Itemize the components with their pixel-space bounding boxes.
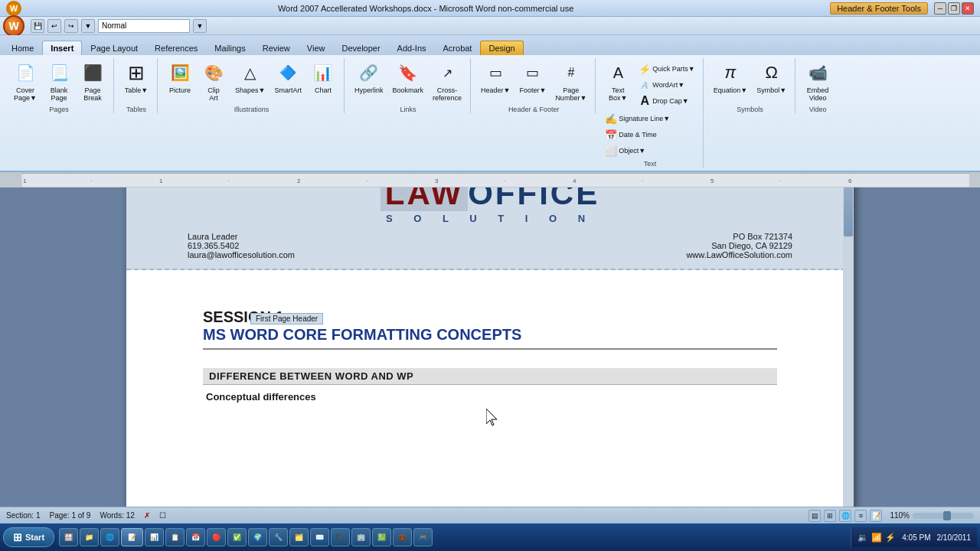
- status-section: Section: 1: [6, 511, 40, 520]
- bookmark-button[interactable]: 🔖 Bookmark: [388, 58, 427, 96]
- chart-button[interactable]: 📊 Chart: [307, 58, 339, 96]
- taskbar-app-4[interactable]: 📅: [186, 528, 205, 546]
- restore-button[interactable]: ❐: [948, 2, 960, 15]
- redo-btn[interactable]: ↪: [64, 19, 78, 33]
- taskbar-app-10[interactable]: ✉️: [310, 528, 329, 546]
- cross-reference-button[interactable]: ↗ Cross-reference: [429, 58, 466, 104]
- tab-view[interactable]: View: [299, 41, 334, 55]
- equation-button[interactable]: π Equation▼: [710, 58, 751, 96]
- chart-icon: 📊: [311, 60, 335, 85]
- view-outline-button[interactable]: ≡: [854, 510, 867, 522]
- blank-page-button[interactable]: 📃 BlankPage: [43, 58, 75, 104]
- taskbar: ⊞ Start 🪟 📁 🌐 📝 📊 📋 📅 🔴 ✅ 🌍 🔧 🗂️ ✉️ 📞 🏢 …: [0, 523, 980, 551]
- contact-name: Laura Leader: [188, 232, 295, 241]
- quick-parts-label: Quick Parts▼: [652, 65, 694, 73]
- taskbar-app-7[interactable]: 🌍: [248, 528, 267, 546]
- footer-button[interactable]: ▭ Footer▼: [515, 58, 550, 96]
- taskbar-app-12[interactable]: 🏢: [351, 528, 371, 546]
- start-button[interactable]: ⊞ Start: [3, 527, 54, 547]
- view-print-button[interactable]: ▤: [808, 510, 821, 522]
- expand-btn[interactable]: ▼: [193, 19, 207, 33]
- page-number-button[interactable]: # PageNumber▼: [551, 58, 590, 104]
- document-page[interactable]: LAW OFFICE S O L U T I O N Laura Leader …: [126, 187, 854, 507]
- text-box-icon: A: [606, 60, 630, 85]
- clip-art-icon: 🎨: [201, 60, 226, 85]
- cover-page-button[interactable]: 📄 CoverPage▼: [9, 58, 41, 104]
- tab-mailings[interactable]: Mailings: [206, 41, 253, 55]
- taskbar-app-ie[interactable]: 🌐: [100, 528, 119, 546]
- tables-group-label: Tables: [126, 104, 146, 113]
- tab-add-ins[interactable]: Add-Ins: [389, 41, 435, 55]
- taskbar-app-14[interactable]: 💼: [393, 528, 412, 546]
- section-sub: Conceptual differences: [203, 391, 777, 403]
- date-time-button[interactable]: 📅 Date & Time: [602, 127, 673, 142]
- zoom-thumb[interactable]: [943, 511, 951, 520]
- taskbar-app-explorer[interactable]: 🪟: [59, 528, 78, 546]
- taskbar-app-6[interactable]: ✅: [227, 528, 247, 546]
- tab-page-layout[interactable]: Page Layout: [82, 41, 146, 55]
- minimize-button[interactable]: ─: [934, 2, 946, 15]
- undo-btn[interactable]: ↩: [47, 19, 61, 33]
- office-logo: W: [6, 1, 21, 16]
- object-button[interactable]: ⬜ Object▼: [602, 143, 673, 158]
- drop-cap-label: Drop Cap▼: [652, 97, 688, 105]
- close-button[interactable]: ✕: [962, 2, 974, 15]
- blank-page-icon: 📃: [47, 60, 71, 85]
- shapes-button[interactable]: △ Shapes▼: [231, 58, 269, 96]
- taskbar-app-13[interactable]: 💹: [372, 528, 391, 546]
- taskbar-app-3[interactable]: 📋: [165, 528, 185, 546]
- right-scrollbar[interactable]: ▲ ▼: [843, 187, 854, 507]
- hyperlink-icon: 🔗: [357, 60, 381, 85]
- view-draft-button[interactable]: 📝: [870, 510, 882, 522]
- style-dropdown[interactable]: Normal: [98, 19, 190, 33]
- taskbar-app-9[interactable]: 🗂️: [289, 528, 309, 546]
- header-button[interactable]: ▭ Header▼: [477, 58, 514, 96]
- ribbon-group-video: 📹 EmbedVideo Video: [797, 58, 838, 113]
- drop-cap-button[interactable]: A Drop Cap▼: [635, 93, 697, 109]
- page-body[interactable]: SESSION 1: MS WORD CORE FORMATTING CONCE…: [126, 270, 854, 418]
- taskbar-app-excel[interactable]: 📊: [145, 528, 164, 546]
- zoom-slider[interactable]: [913, 513, 974, 519]
- picture-button[interactable]: 🖼️ Picture: [164, 58, 196, 96]
- save-quick-btn[interactable]: 💾: [31, 19, 44, 33]
- tab-references[interactable]: References: [146, 41, 206, 55]
- tab-design[interactable]: Design: [480, 41, 523, 55]
- symbol-label: Symbol▼: [756, 86, 786, 94]
- office-orb[interactable]: W: [3, 15, 24, 37]
- taskbar-app-11[interactable]: 📞: [331, 528, 350, 546]
- taskbar-app-folder[interactable]: 📁: [80, 528, 99, 546]
- clip-art-button[interactable]: 🎨 ClipArt: [198, 58, 230, 104]
- scroll-thumb[interactable]: [844, 187, 853, 236]
- smartart-label: SmartArt: [274, 86, 302, 94]
- view-fullscreen-button[interactable]: ⊞: [824, 510, 836, 522]
- start-label: Start: [25, 533, 44, 542]
- contact-phone: 619.365.5402: [188, 241, 295, 250]
- table-button[interactable]: ⊞ Table▼: [120, 58, 152, 96]
- tray-icon-1: 🔉: [858, 533, 868, 543]
- symbol-button[interactable]: Ω Symbol▼: [753, 58, 790, 96]
- wordart-button[interactable]: A WordArt▼: [635, 77, 697, 93]
- tab-home[interactable]: Home: [3, 41, 42, 55]
- signature-line-button[interactable]: ✍ Signature Line▼: [602, 111, 673, 126]
- tab-developer[interactable]: Developer: [333, 41, 388, 55]
- clock-date: 2/10/2011: [937, 533, 972, 542]
- picture-label: Picture: [169, 86, 191, 94]
- tab-insert[interactable]: Insert: [42, 41, 82, 55]
- tab-review[interactable]: Review: [254, 41, 299, 55]
- hyperlink-button[interactable]: 🔗 Hyperlink: [351, 58, 387, 96]
- taskbar-app-word[interactable]: 📝: [121, 528, 143, 546]
- bookmark-icon: 🔖: [396, 60, 420, 85]
- customize-btn[interactable]: ▼: [81, 19, 95, 33]
- embed-video-button[interactable]: 📹 EmbedVideo: [802, 58, 834, 104]
- text-box-button[interactable]: A TextBox▼: [602, 58, 634, 109]
- page-break-button[interactable]: ⬛ PageBreak: [77, 58, 109, 104]
- ruler: 1 · 1 · 2 · 3 · 4 · 5 · 6: [21, 173, 969, 187]
- smartart-button[interactable]: 🔷 SmartArt: [270, 58, 305, 96]
- taskbar-app-15[interactable]: 🎮: [413, 528, 433, 546]
- quick-parts-button[interactable]: ⚡ Quick Parts▼: [635, 61, 697, 77]
- taskbar-app-5[interactable]: 🔴: [207, 528, 226, 546]
- tab-acrobat[interactable]: Acrobat: [435, 41, 481, 55]
- document-area[interactable]: LAW OFFICE S O L U T I O N Laura Leader …: [0, 187, 980, 507]
- view-web-button[interactable]: 🌐: [839, 510, 851, 522]
- taskbar-app-8[interactable]: 🔧: [269, 528, 288, 546]
